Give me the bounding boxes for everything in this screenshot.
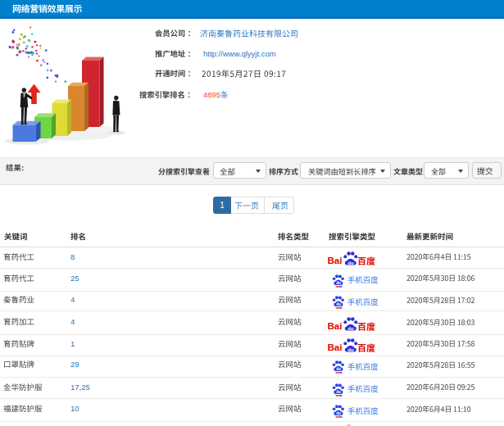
svg-text:du: du [347,261,354,265]
svg-text:du: du [336,367,341,371]
svg-text:Bai: Bai [328,342,343,352]
svg-text:du: du [347,347,354,352]
svg-text:du: du [336,302,341,306]
svg-text:du: du [336,390,341,394]
svg-text:du: du [336,281,341,285]
svg-text:du: du [336,411,341,415]
svg-text:du: du [347,325,354,330]
svg-text:Bai: Bai [328,320,343,331]
svg-text:Bai: Bai [328,255,343,265]
